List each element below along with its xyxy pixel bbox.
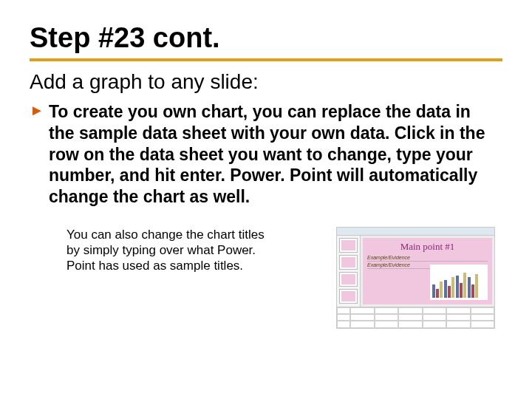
canvas-slide-title: Main point #1 — [367, 241, 488, 253]
thumbnail-titlebar — [337, 228, 494, 236]
powerpoint-thumbnail: Main point #1 Example/Evidence Example/E… — [336, 227, 495, 329]
embedded-chart-icon — [430, 265, 488, 300]
mini-slide — [339, 289, 358, 304]
title-underline — [30, 58, 502, 61]
canvas-line-1: Example/Evidence — [367, 254, 488, 262]
mini-slide — [339, 238, 358, 253]
slide-title: Step #23 cont. — [30, 22, 502, 54]
body-bullet: ► To create you own chart, you can repla… — [30, 101, 492, 208]
footer-note: You can also change the chart titles by … — [66, 227, 273, 274]
slide-subtitle: Add a graph to any slide: — [30, 70, 502, 94]
thumbnail-canvas: Main point #1 Example/Evidence Example/E… — [363, 238, 492, 304]
body-text: To create you own chart, you can replace… — [49, 102, 485, 206]
triangle-bullet-icon: ► — [30, 103, 44, 117]
thumbnail-slide-panel — [337, 236, 361, 307]
mini-slide — [339, 255, 358, 270]
mini-slide — [339, 272, 358, 287]
thumbnail-datasheet — [337, 307, 494, 328]
